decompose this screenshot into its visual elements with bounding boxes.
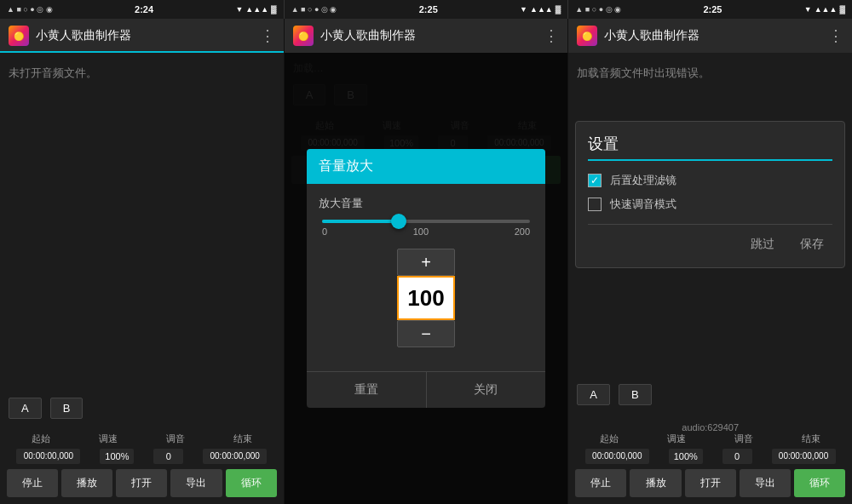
battery-icon-2: ▓ — [556, 5, 561, 14]
signal-icon-2: ▲▲▲ — [530, 5, 553, 14]
modal-title-text: 音量放大 — [319, 158, 373, 175]
menu-button-2[interactable]: ⋮ — [544, 26, 559, 45]
status-bar-3: ▲ ■ ○ ● ◎ ◉ 2:25 ▼ ▲▲▲ ▓ — [568, 0, 852, 19]
stepper-display: 100 — [397, 276, 455, 320]
skip-button[interactable]: 跳过 — [742, 233, 783, 255]
app-icon-1: 🟡 — [9, 26, 29, 46]
checkbox-filter[interactable]: ✓ — [588, 174, 602, 187]
val-speed-1: 100% — [100, 449, 134, 464]
transport-labels-3: 起始 调速 调音 结束 — [575, 432, 845, 445]
val-pitch-1: 0 — [153, 449, 183, 464]
no-file-label-1: 未打开音频文件。 — [9, 66, 275, 81]
transport-3: audio:629407 起始 调速 调音 结束 00:00:00,000 10… — [568, 414, 852, 504]
save-button[interactable]: 保存 — [792, 233, 832, 255]
volume-label: 放大音量 — [319, 196, 533, 211]
label-speed-1: 调速 — [99, 432, 118, 445]
label-pitch-1: 调音 — [166, 432, 185, 445]
wifi-icon-3: ▼ — [804, 5, 812, 14]
stop-button-1[interactable]: 停止 — [7, 469, 58, 497]
app-icon-2: 🟡 — [293, 26, 314, 46]
panel-3: 加载音频文件时出现错误。 A B 设置 ✓ 后置处理滤镜 — [568, 53, 852, 504]
close-button[interactable]: 关闭 — [427, 372, 546, 408]
b-button-3[interactable]: B — [619, 384, 652, 405]
stepper-plus[interactable]: + — [397, 249, 455, 276]
val-end-3: 00:00:00,000 — [772, 449, 836, 464]
status-time-2: 2:25 — [419, 4, 438, 14]
export-button-3[interactable]: 导出 — [740, 469, 791, 497]
settings-panel: 设置 ✓ 后置处理滤镜 快速调音模式 跳过 保存 — [575, 121, 845, 268]
stop-button-3[interactable]: 停止 — [575, 469, 626, 497]
app-icon-3: 🟡 — [577, 26, 597, 46]
b-button-1[interactable]: B — [50, 398, 83, 419]
open-button-3[interactable]: 打开 — [685, 469, 736, 497]
buttons-row-1: 停止 播放 打开 导出 循环 — [7, 469, 277, 497]
panel-1: 未打开音频文件。 A B 起始 调速 调音 结束 00:00:00,000 10… — [0, 53, 285, 504]
battery-icon-3: ▓ — [839, 5, 845, 14]
check-icon-1: ✓ — [590, 175, 599, 186]
export-button-1[interactable]: 导出 — [170, 469, 222, 497]
battery-icon-1: ▓ — [271, 5, 277, 14]
slider-track — [322, 220, 530, 223]
app-title-1: 小黄人歌曲制作器 — [36, 28, 260, 43]
app-title-3: 小黄人歌曲制作器 — [604, 28, 828, 43]
loop-button-3[interactable]: 循环 — [794, 469, 845, 497]
signal-icons-3: ▼ ▲▲▲ ▓ — [804, 5, 845, 14]
title-bar-2: 🟡 小黄人歌曲制作器 ⋮ — [285, 19, 569, 53]
status-bar-2: ▲ ■ ○ ● ◎ ◉ 2:25 ▼ ▲▲▲ ▓ — [285, 0, 569, 19]
modal-actions: 重置 关闭 — [307, 371, 545, 408]
notification-icons-3: ▲ ■ ○ ● ◎ ◉ — [575, 5, 621, 14]
label-speed-3: 调速 — [667, 432, 686, 445]
slider-labels: 0 100 200 — [322, 226, 530, 237]
play-button-1[interactable]: 播放 — [61, 469, 112, 497]
signal-icons-1: ▼ ▲▲▲ ▓ — [235, 5, 276, 14]
val-start-1: 00:00:00,000 — [16, 449, 80, 464]
status-icons-2: ▲ ■ ○ ● ◎ ◉ — [291, 5, 337, 14]
a-button-1[interactable]: A — [9, 398, 42, 419]
open-button-1[interactable]: 打开 — [116, 469, 167, 497]
reset-button[interactable]: 重置 — [307, 372, 427, 408]
loop-button-1[interactable]: 循环 — [226, 469, 277, 497]
transport-values-3: 00:00:00,000 100% 0 00:00:00,000 — [575, 449, 845, 464]
modal-body: 放大音量 0 100 200 — [307, 184, 545, 371]
label-end-1: 结束 — [233, 432, 252, 445]
audio-id: audio:629407 — [575, 422, 845, 432]
a-button-3[interactable]: A — [577, 384, 610, 405]
fast-tune-label: 快速调音模式 — [610, 197, 676, 212]
status-icons-3: ▲ ■ ○ ● ◎ ◉ — [575, 5, 621, 14]
transport-1: 起始 调速 调音 结束 00:00:00,000 100% 0 00:00:00… — [0, 427, 284, 504]
label-start-3: 起始 — [600, 432, 619, 445]
val-speed-3: 100% — [669, 449, 703, 464]
buttons-row-3: 停止 播放 打开 导出 循环 — [575, 469, 845, 497]
transport-labels-1: 起始 调速 调音 结束 — [7, 432, 277, 445]
volume-stepper: + 100 − — [396, 249, 456, 347]
status-time-3: 2:25 — [703, 4, 722, 14]
stepper-minus[interactable]: − — [397, 320, 455, 347]
wifi-icon-2: ▼ — [520, 5, 527, 14]
ab-row-3: A B — [577, 384, 843, 405]
slider-mid: 100 — [413, 226, 429, 237]
settings-title: 设置 — [588, 134, 832, 161]
status-icons-1: ▲ ■ ○ ● ◎ ◉ — [7, 5, 53, 14]
signal-icon-1: ▲▲▲ — [245, 5, 268, 14]
val-pitch-3: 0 — [722, 449, 752, 464]
volume-slider[interactable]: 0 100 200 — [319, 220, 533, 237]
ab-row-1: A B — [9, 398, 275, 419]
slider-max: 200 — [515, 226, 530, 237]
title-bar-3: 🟡 小黄人歌曲制作器 ⋮ — [568, 19, 852, 53]
modal-title: 音量放大 — [307, 149, 545, 184]
settings-actions: 跳过 保存 — [588, 224, 832, 255]
menu-button-1[interactable]: ⋮ — [260, 26, 275, 45]
label-start-1: 起始 — [32, 432, 50, 445]
settings-item-1: ✓ 后置处理滤镜 — [588, 173, 832, 188]
slider-fill — [322, 220, 399, 223]
filter-label: 后置处理滤镜 — [610, 173, 676, 188]
notification-icons-2: ▲ ■ ○ ● ◎ ◉ — [291, 5, 337, 14]
play-button-3[interactable]: 播放 — [630, 469, 681, 497]
app-title-2: 小黄人歌曲制作器 — [320, 28, 544, 43]
error-text-3: 加载音频文件时出现错误。 — [577, 66, 843, 81]
menu-button-3[interactable]: ⋮ — [828, 26, 843, 45]
status-time-1: 2:24 — [135, 4, 153, 14]
status-bar-1: ▲ ■ ○ ● ◎ ◉ 2:24 ▼ ▲▲▲ ▓ — [0, 0, 285, 19]
wifi-icon-1: ▼ — [235, 5, 243, 14]
checkbox-fast-tune[interactable] — [588, 198, 602, 211]
